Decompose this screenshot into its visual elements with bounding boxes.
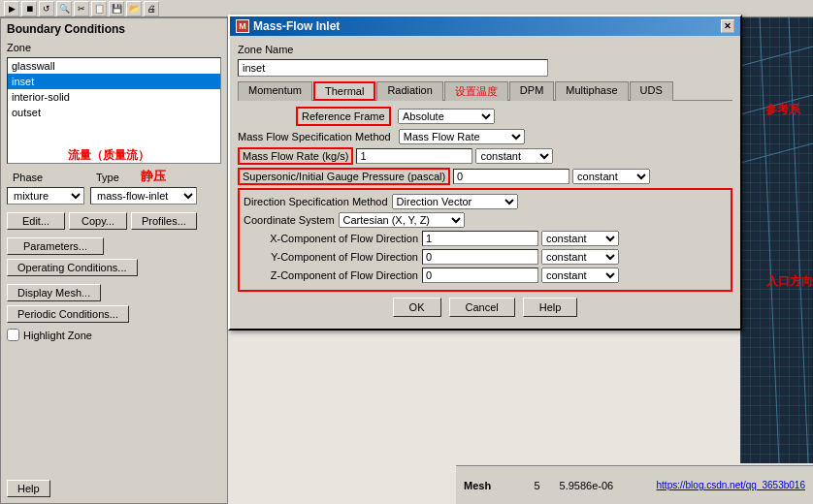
ref-frame-wrapper: Reference Frame Absolute 参考系: [238, 107, 732, 126]
mesh-visualization: [740, 17, 813, 463]
tab-radiation[interactable]: Radiation: [376, 81, 442, 101]
mass-flow-rate-input[interactable]: [356, 148, 472, 164]
direction-section: Direction Specification Method Direction…: [238, 188, 732, 292]
toolbar-icon-3[interactable]: ↺: [39, 1, 54, 16]
mass-flow-spec-select[interactable]: Mass Flow Rate: [399, 129, 525, 144]
mass-flow-rate-const[interactable]: constant: [475, 148, 553, 164]
modal-body: Zone Name Momentum Thermal Radiation 设置温…: [230, 36, 740, 329]
annotation-static-pressure: 静压: [141, 168, 166, 185]
z-component-row: Z-Component of Flow Direction constant: [244, 268, 727, 283]
type-select[interactable]: mass-flow-inlet: [90, 187, 197, 205]
supersonic-wrapper: 静压 Supersonic/Initial Gauge Pressure (pa…: [238, 168, 732, 185]
mass-flow-spec-row: Mass Flow Specification Method Mass Flow…: [238, 129, 732, 144]
tab-momentum[interactable]: Momentum: [238, 81, 312, 101]
edit-button[interactable]: Edit...: [7, 212, 65, 230]
action-buttons-3: Display Mesh... Periodic Conditions...: [1, 280, 227, 327]
bottom-bar: Mesh 5 5.9586e-06 https://blog.csdn.net/…: [456, 465, 813, 504]
form-area: Reference Frame Absolute 参考系 Mass Flow S…: [238, 107, 732, 292]
ref-frame-label: Reference Frame: [302, 110, 385, 122]
toolbar-icon-8[interactable]: 📂: [126, 1, 142, 16]
x-component-const[interactable]: constant: [541, 231, 619, 246]
modal-title: Mass-Flow Inlet: [253, 19, 340, 33]
help-button-modal[interactable]: Help: [523, 298, 578, 317]
coordinate-select[interactable]: Cartesian (X, Y, Z): [339, 212, 465, 228]
zone-name-input[interactable]: [238, 59, 548, 77]
direction-spec-row: Direction Specification Method Direction…: [244, 194, 727, 209]
zone-label: Zone: [1, 40, 227, 55]
zone-item-glasswall[interactable]: glasswall: [8, 58, 220, 74]
mass-flow-rate-box: Mass Flow Rate (kg/s): [238, 147, 353, 165]
phase-select[interactable]: mixture: [7, 187, 84, 205]
supersonic-label: Supersonic/Initial Gauge Pressure (pasca…: [243, 171, 445, 182]
svg-rect-1: [740, 17, 813, 463]
annotation-ref-frame: 参考系: [765, 102, 800, 118]
highlight-zone-label: Highlight Zone: [23, 330, 92, 341]
zone-name-row: Zone Name: [238, 44, 732, 55]
periodic-conditions-button[interactable]: Periodic Conditions...: [7, 305, 129, 323]
direction-spec-select[interactable]: Direction Vector: [392, 194, 518, 209]
mass-flow-spec-label: Mass Flow Specification Method: [238, 131, 391, 142]
x-component-row: X-Component of Flow Direction constant: [244, 231, 727, 246]
toolbar-icon-9[interactable]: 🖨: [144, 1, 159, 16]
zone-item-outset[interactable]: outset: [8, 105, 220, 120]
ok-button[interactable]: OK: [393, 298, 441, 317]
x-component-label: X-Component of Flow Direction: [244, 233, 418, 244]
mesh-label: Mesh: [464, 480, 491, 491]
display-mesh-button[interactable]: Display Mesh...: [7, 284, 101, 301]
tabs-container: Momentum Thermal Radiation 设置温度 DPM Mult…: [238, 80, 732, 101]
zone-item-inset[interactable]: inset: [8, 74, 220, 89]
toolbar-icon-4[interactable]: 🔍: [56, 1, 72, 16]
modal-title-area: M Mass-Flow Inlet: [236, 19, 340, 33]
z-component-input[interactable]: [422, 268, 538, 283]
mass-flow-inlet-dialog: M Mass-Flow Inlet ✕ Zone Name Momentum T…: [228, 15, 742, 331]
toolbar-icon-6[interactable]: 📋: [91, 1, 107, 16]
toolbar-icon-1[interactable]: ▶: [4, 1, 19, 16]
coordinate-label: Coordinate System: [244, 214, 335, 226]
supersonic-const[interactable]: constant: [572, 169, 650, 184]
profiles-button[interactable]: Profiles...: [131, 212, 197, 230]
copy-button[interactable]: Copy...: [69, 212, 127, 230]
highlight-zone-checkbox[interactable]: [7, 329, 19, 341]
phase-label: Phase: [7, 170, 84, 185]
toolbar-icon-7[interactable]: 💾: [109, 1, 124, 16]
modal-close-button[interactable]: ✕: [721, 19, 734, 33]
toolbar-icon-2[interactable]: ⏹: [21, 1, 37, 16]
highlight-zone-row: Highlight Zone: [1, 327, 227, 343]
z-component-const[interactable]: constant: [541, 268, 619, 283]
action-buttons-2: Parameters... Operating Conditions...: [1, 234, 227, 280]
cancel-button[interactable]: Cancel: [449, 298, 515, 317]
tab-thermal[interactable]: Thermal: [313, 81, 375, 101]
supersonic-input[interactable]: [453, 169, 569, 184]
zone-name-input-row: [238, 59, 732, 77]
help-button-left[interactable]: Help: [7, 480, 50, 497]
tab-uds[interactable]: UDS: [630, 81, 673, 101]
modal-footer: OK Cancel Help: [238, 292, 732, 321]
annotation-direction: 入口方向: [766, 273, 813, 290]
modal-titlebar: M Mass-Flow Inlet ✕: [230, 16, 740, 36]
y-component-input[interactable]: [422, 249, 538, 265]
annotation-mass-flow: 流量（质量流）: [68, 147, 149, 164]
y-component-row: Y-Component of Flow Direction constant: [244, 249, 727, 265]
zone-item-interior-solid[interactable]: interior-solid: [8, 89, 220, 105]
ref-frame-box: Reference Frame: [296, 107, 391, 126]
mass-flow-rate-label: Mass Flow Rate (kg/s): [243, 150, 348, 162]
mesh-svg: [740, 17, 813, 463]
modal-title-icon: M: [236, 19, 249, 33]
ref-frame-select[interactable]: Absolute: [398, 109, 495, 124]
x-component-input[interactable]: [422, 231, 538, 246]
phase-box: Phase mixture: [7, 170, 84, 205]
toolbar-icon-5[interactable]: ✂: [74, 1, 89, 16]
tab-species[interactable]: 设置温度: [444, 81, 508, 101]
bottom-numbers: 5 5.9586e-06: [534, 480, 613, 491]
zone-name-label: Zone Name: [238, 44, 293, 55]
number-1: 5: [534, 480, 539, 491]
operating-conditions-button[interactable]: Operating Conditions...: [7, 259, 138, 276]
panel-title: Boundary Conditions: [1, 18, 227, 40]
supersonic-box: Supersonic/Initial Gauge Pressure (pasca…: [238, 168, 450, 185]
coordinate-row: Coordinate System Cartesian (X, Y, Z): [244, 212, 727, 228]
y-component-const[interactable]: constant: [541, 249, 619, 265]
tab-dpm[interactable]: DPM: [509, 81, 554, 101]
z-component-label: Z-Component of Flow Direction: [244, 269, 418, 281]
parameters-button[interactable]: Parameters...: [7, 237, 104, 255]
tab-multiphase[interactable]: Multiphase: [555, 81, 628, 101]
